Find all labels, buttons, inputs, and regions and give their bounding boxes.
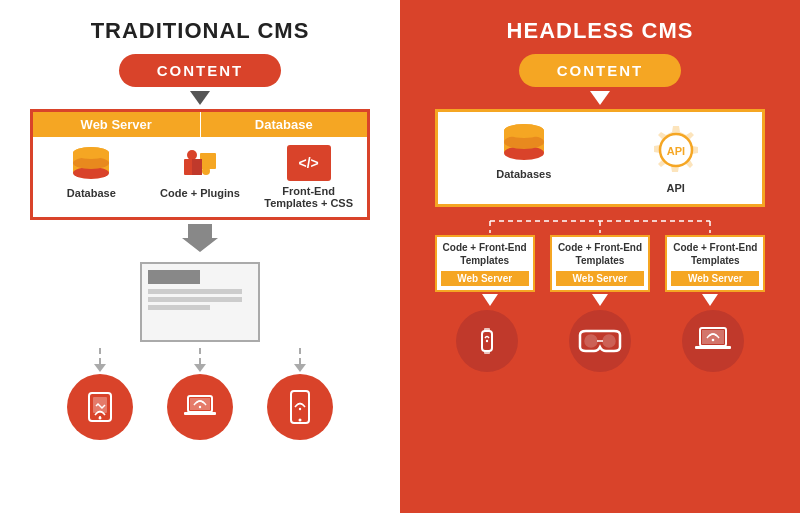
ws-box-3-text: Code + Front-End Templates bbox=[671, 241, 759, 267]
ws-box-1-footer: Web Server bbox=[441, 271, 529, 286]
headless-content-pill: CONTENT bbox=[519, 54, 682, 87]
svg-rect-16 bbox=[190, 398, 210, 410]
headless-databases-label: Databases bbox=[496, 168, 551, 180]
svg-rect-34 bbox=[484, 328, 490, 332]
dashed-connection-lines bbox=[435, 209, 765, 233]
trad-box-content: Database Code + Plugins </> Front-End Te… bbox=[33, 137, 367, 217]
trad-box-header: Web Server Database bbox=[33, 112, 367, 137]
svg-rect-19 bbox=[291, 391, 309, 423]
ws-box-2-footer: Web Server bbox=[556, 271, 644, 286]
svg-text:API: API bbox=[667, 145, 685, 157]
device-watch bbox=[456, 310, 518, 372]
svg-point-8 bbox=[202, 167, 210, 175]
traditional-content-pill: CONTENT bbox=[119, 54, 282, 87]
headless-cms-title: HEADLESS CMS bbox=[507, 18, 694, 44]
tablet-icon bbox=[84, 391, 116, 423]
api-gear-icon: API bbox=[648, 122, 704, 178]
ws-box-1-text: Code + Front-End Templates bbox=[441, 241, 529, 267]
headless-cms-panel: HEADLESS CMS CONTENT Databases API API bbox=[400, 0, 800, 513]
mockup-line-3 bbox=[148, 305, 210, 310]
watch-icon bbox=[469, 323, 505, 359]
svg-point-18 bbox=[199, 406, 201, 408]
svg-point-38 bbox=[603, 335, 615, 347]
trad-frontend-item: </> Front-End Templates + CSS bbox=[261, 145, 356, 209]
web-server-boxes-row: Code + Front-End Templates Web Server Co… bbox=[430, 235, 770, 292]
svg-point-26 bbox=[504, 124, 544, 138]
device-phone bbox=[267, 374, 333, 440]
svg-rect-35 bbox=[484, 350, 490, 354]
big-arrow-down-icon bbox=[182, 224, 218, 252]
svg-rect-17 bbox=[184, 412, 216, 415]
svg-rect-41 bbox=[702, 330, 724, 344]
headless-databases-item: Databases bbox=[496, 122, 551, 194]
trad-frontend-label: Front-End Templates + CSS bbox=[261, 185, 356, 209]
plugins-icon bbox=[178, 145, 222, 183]
svg-rect-7 bbox=[200, 153, 216, 169]
website-mockup bbox=[140, 262, 260, 342]
traditional-cms-box: Web Server Database Database bbox=[30, 109, 370, 220]
svg-point-37 bbox=[585, 335, 597, 347]
svg-point-20 bbox=[299, 419, 302, 422]
laptop-right-icon bbox=[693, 323, 733, 359]
trad-database-item: Database bbox=[44, 145, 139, 209]
svg-point-43 bbox=[712, 339, 715, 342]
trad-plugins-label: Code + Plugins bbox=[160, 187, 240, 199]
mockup-header bbox=[148, 270, 200, 284]
mockup-line-1 bbox=[148, 289, 242, 294]
device-tablet bbox=[67, 374, 133, 440]
laptop-icon bbox=[182, 391, 218, 423]
device-laptop bbox=[167, 374, 233, 440]
database-header: Database bbox=[201, 112, 368, 137]
database-icon bbox=[69, 145, 113, 183]
mockup-line-2 bbox=[148, 297, 242, 302]
ws-box-1: Code + Front-End Templates Web Server bbox=[435, 235, 535, 292]
trad-database-label: Database bbox=[67, 187, 116, 199]
headless-api-item: API API bbox=[648, 122, 704, 194]
ws-box-2-text: Code + Front-End Templates bbox=[556, 241, 644, 267]
device-laptop-right bbox=[682, 310, 744, 372]
vr-glasses-icon bbox=[578, 327, 622, 355]
phone-icon bbox=[288, 389, 312, 425]
svg-point-21 bbox=[299, 408, 301, 410]
headless-devices-row bbox=[430, 310, 770, 372]
svg-point-14 bbox=[99, 416, 101, 418]
svg-marker-9 bbox=[192, 159, 202, 175]
arrow-content-to-box bbox=[190, 91, 210, 105]
headless-cms-box: Databases API API bbox=[435, 109, 765, 207]
svg-point-6 bbox=[187, 150, 197, 160]
headless-api-label: API bbox=[667, 182, 685, 194]
arrow-content-to-box-right bbox=[590, 91, 610, 105]
svg-rect-42 bbox=[695, 346, 731, 349]
headless-database-icon bbox=[498, 122, 550, 164]
svg-point-36 bbox=[485, 340, 487, 342]
traditional-cms-panel: TRADITIONAL CMS CONTENT Web Server Datab… bbox=[0, 0, 400, 513]
code-box-icon: </> bbox=[287, 145, 331, 181]
ws-box-3-footer: Web Server bbox=[671, 271, 759, 286]
svg-marker-10 bbox=[182, 224, 218, 252]
ws-box-3: Code + Front-End Templates Web Server bbox=[665, 235, 765, 292]
traditional-cms-title: TRADITIONAL CMS bbox=[91, 18, 310, 44]
trad-plugins-item: Code + Plugins bbox=[152, 145, 247, 209]
ws-box-2: Code + Front-End Templates Web Server bbox=[550, 235, 650, 292]
svg-point-4 bbox=[73, 147, 109, 159]
device-vr bbox=[569, 310, 631, 372]
web-server-header: Web Server bbox=[33, 112, 201, 137]
